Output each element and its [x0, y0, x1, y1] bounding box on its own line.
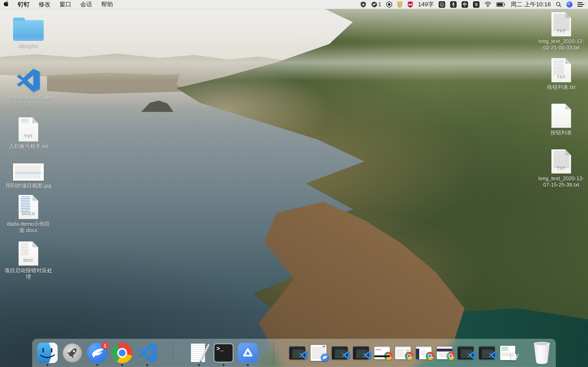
minimized-window-vscode[interactable]	[458, 346, 474, 359]
gold-shield-icon[interactable]	[397, 1, 402, 8]
menu-app-name[interactable]: 钉钉	[18, 0, 30, 8]
file-ext-label: TXT	[551, 29, 571, 33]
dock-launchpad[interactable]	[62, 339, 83, 367]
wifi-icon[interactable]	[485, 2, 491, 7]
terminal-icon: >_	[214, 343, 233, 362]
trash-rim	[534, 342, 550, 346]
running-indicator	[247, 364, 249, 366]
running-indicator	[121, 364, 123, 366]
menu-item-edit[interactable]: 修改	[39, 0, 51, 8]
minimized-window-vscode[interactable]	[332, 346, 348, 359]
dock-terminal[interactable]: >_	[214, 339, 233, 367]
shield-status-icon[interactable]	[360, 1, 366, 8]
word-file-icon: DOC	[19, 242, 38, 266]
dock-chrome[interactable]	[112, 339, 132, 367]
dock-badge-count: 1	[101, 342, 109, 349]
file-ext-label: TXT	[551, 166, 571, 171]
vscode-icon	[17, 69, 40, 92]
dock: 1 >_	[32, 339, 556, 367]
file-ext-label: DOCX	[19, 211, 38, 216]
wallpaper-vignette	[0, 0, 588, 367]
dingtalk-status-icon[interactable]: 1	[371, 1, 381, 8]
folder-icon	[13, 20, 44, 41]
running-indicator	[47, 364, 48, 366]
minimized-window-textedit[interactable]	[500, 346, 515, 360]
desktop-icon-label: 按钮列表	[551, 130, 572, 136]
blank-file-icon	[551, 104, 571, 128]
desktop-icon-screenshot-jpg[interactable]: 用到的项目截图.jpg	[3, 160, 54, 189]
desktop-icon-label: 按钮列表.txt	[547, 84, 576, 91]
smiley-input-icon[interactable]	[439, 1, 445, 8]
file-ext-label: DOC	[19, 258, 38, 263]
desktop-icon-label: 入职账号相关.txt	[9, 143, 48, 150]
file-ext-label: TXT	[551, 75, 571, 79]
menu-item-window[interactable]: 窗口	[60, 0, 71, 8]
minimized-window-vscode[interactable]	[353, 346, 369, 359]
desktop-icon-vscode-app[interactable]: Visual Studio Code 3	[3, 67, 54, 107]
running-indicator	[198, 364, 200, 366]
desktop-icon-label: long_text_2020-12-07-15-25-39.txt	[536, 175, 587, 188]
chrome-icon	[112, 343, 132, 363]
launchpad-icon	[62, 343, 83, 363]
dock-dingtalk[interactable]: 1	[87, 339, 107, 367]
minimized-window-chrome[interactable]	[437, 347, 452, 359]
desktop-icon-label: dada-demo示例页面.docx	[5, 221, 51, 234]
menu-bar: 钉钉 修改 窗口 会话 帮助 1 149字 中 S	[0, 0, 588, 9]
menu-item-help[interactable]: 帮助	[101, 0, 113, 8]
desktop-icon-label: xiangmu	[18, 43, 38, 49]
battery-icon[interactable]	[496, 2, 506, 7]
desktop-icon-xiangmu-folder[interactable]: xiangmu	[3, 17, 54, 49]
dock-divider	[173, 342, 173, 364]
hexagon-status-icon[interactable]	[386, 1, 392, 8]
minimized-window-chrome[interactable]	[374, 347, 390, 359]
red-m-shield-icon[interactable]	[407, 1, 413, 8]
word-file-icon: DOCX	[19, 195, 38, 219]
menu-item-session[interactable]: 会话	[80, 0, 92, 8]
spotlight-icon[interactable]	[556, 2, 562, 7]
dock-vscode[interactable]	[137, 339, 157, 367]
desktop-icon-label: 用到的项目截图.jpg	[6, 183, 51, 189]
desktop-icon-long-text-1[interactable]: TXT long_text_2020-12-02-21-00-33.txt	[536, 12, 587, 51]
desktop-icon-long-text-2[interactable]: TXT long_text_2020-12-07-15-25-39.txt	[536, 150, 587, 188]
dock-finder[interactable]	[37, 339, 58, 367]
desktop-icon-dada-demo-docx[interactable]: DOCX dada-demo示例页面.docx	[3, 195, 54, 234]
siri-icon[interactable]	[566, 1, 572, 8]
text-file-icon: TXT	[551, 150, 571, 174]
minimized-window-vscode[interactable]	[289, 346, 305, 359]
running-indicator	[223, 364, 224, 366]
minimized-window-chrome[interactable]	[395, 347, 411, 359]
finder-icon	[37, 343, 58, 363]
dock-security-shield-app[interactable]	[238, 339, 258, 367]
desktop-icon-onboarding-txt[interactable]: TXT 入职账号相关.txt	[3, 117, 54, 150]
s-input-icon[interactable]: S	[473, 1, 479, 8]
apple-menu-icon[interactable]	[4, 1, 9, 8]
dingtalk-unread-count: 1	[378, 1, 381, 8]
desktop-icon-error-handling-doc[interactable]: DOC 项目启动报错对应处理	[3, 242, 54, 280]
desktop-icon-label: Visual Studio Code 3	[5, 94, 52, 107]
desktop-icon-label: long_text_2020-12-02-21-00-33.txt	[536, 38, 587, 51]
word-count-label: 149字	[418, 0, 434, 8]
text-file-icon: TXT	[19, 117, 38, 142]
running-indicator	[96, 364, 98, 366]
notification-list-icon[interactable]	[577, 1, 584, 8]
desktop-icon-button-list-blank[interactable]: 按钮列表	[536, 104, 587, 136]
desktop-icon-button-list-txt[interactable]: TXT 按钮列表.txt	[536, 58, 587, 91]
trash-icon[interactable]	[533, 342, 551, 364]
image-thumbnail-icon	[13, 163, 44, 181]
dock-textedit[interactable]	[189, 339, 209, 367]
vscode-icon	[137, 343, 157, 363]
minimized-window-dingtalk-document[interactable]	[311, 345, 326, 361]
trash-cup	[533, 343, 550, 364]
minimized-window-vscode[interactable]	[479, 346, 495, 359]
running-indicator	[146, 364, 148, 366]
shield-app-icon	[238, 343, 258, 363]
text-file-icon: TXT	[551, 58, 571, 82]
chinese-input-icon[interactable]: 中	[461, 1, 468, 8]
dock-divider	[273, 342, 274, 364]
text-file-icon: TXT	[551, 12, 571, 36]
dictation-mic-icon[interactable]	[450, 1, 457, 8]
desktop-icon-label: 项目启动报错对应处理	[3, 267, 54, 280]
file-ext-label: TXT	[19, 134, 38, 139]
menu-clock[interactable]: 周二 上午10:16	[511, 0, 551, 8]
minimized-window-chrome[interactable]	[416, 347, 432, 359]
